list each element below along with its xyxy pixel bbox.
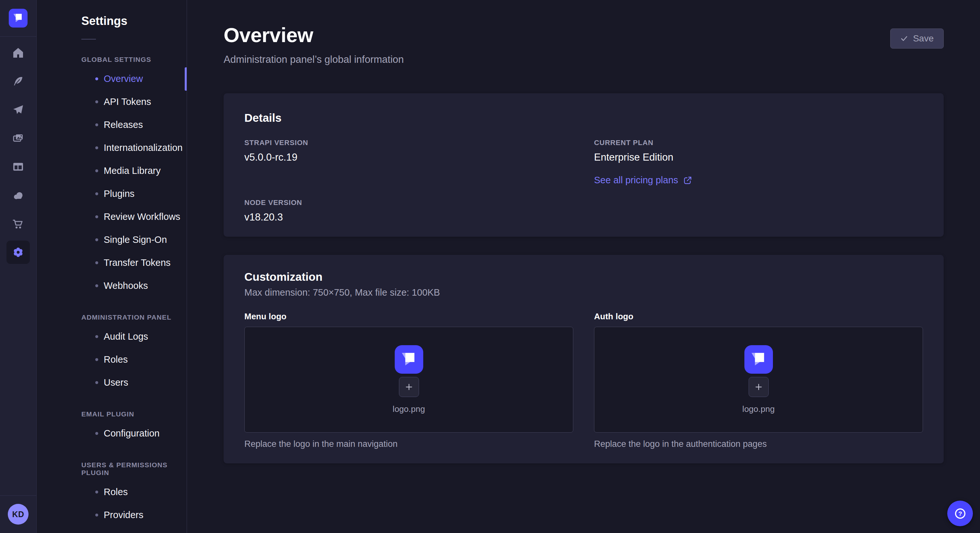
bullet-icon bbox=[95, 261, 98, 264]
feather-icon bbox=[12, 75, 25, 88]
field-strapi-version: STRAPI VERSION v5.0.0-rc.19 bbox=[244, 139, 573, 186]
sidebar-item-audit-logs[interactable]: Audit Logs bbox=[37, 325, 187, 348]
page-title: Overview bbox=[224, 23, 944, 47]
sidebar-item-releases[interactable]: Releases bbox=[37, 113, 187, 136]
sidebar-item-transfer-tokens[interactable]: Transfer Tokens bbox=[37, 251, 187, 274]
auth-logo-preview bbox=[745, 345, 773, 374]
sidebar-item-label: Providers bbox=[104, 510, 143, 520]
page-header: Overview Administration panel’s global i… bbox=[224, 23, 944, 65]
auth-logo-dropzone[interactable]: logo.png bbox=[594, 327, 923, 433]
section-items-administration-panel: Audit Logs Roles Users bbox=[37, 325, 187, 394]
paper-plane-icon bbox=[12, 103, 25, 116]
media-library-icon bbox=[12, 132, 25, 145]
field-label: NODE VERSION bbox=[244, 198, 573, 207]
customization-constraints: Max dimension: 750×750, Max file size: 1… bbox=[244, 287, 923, 298]
help-button[interactable]: ? bbox=[947, 501, 973, 526]
bullet-icon bbox=[95, 381, 98, 384]
sidebar-item-label: API Tokens bbox=[104, 97, 151, 107]
sidebar-item-plugins[interactable]: Plugins bbox=[37, 182, 187, 205]
nav-settings-button[interactable] bbox=[6, 241, 30, 264]
sidebar-item-email-configuration[interactable]: Configuration bbox=[37, 422, 187, 445]
nav-releases-button[interactable] bbox=[6, 98, 30, 121]
strapi-logo-icon bbox=[395, 345, 423, 374]
menu-logo-dropzone[interactable]: logo.png bbox=[244, 327, 573, 433]
sidebar-item-label: Audit Logs bbox=[104, 331, 148, 342]
field-label: STRAPI VERSION bbox=[244, 139, 573, 147]
menu-logo-filename: logo.png bbox=[393, 404, 425, 414]
bullet-icon bbox=[95, 169, 98, 172]
nav-content-builder-button[interactable] bbox=[6, 70, 30, 93]
nav-cloud-button[interactable] bbox=[6, 184, 30, 207]
menu-logo-add-button[interactable] bbox=[399, 377, 419, 397]
details-grid: STRAPI VERSION v5.0.0-rc.19 CURRENT PLAN… bbox=[244, 139, 923, 223]
menu-logo-field: Menu logo logo.png bbox=[244, 311, 573, 449]
auth-logo-add-button[interactable] bbox=[749, 377, 769, 397]
sidebar-item-label: Users bbox=[104, 377, 128, 388]
pricing-plans-link-label: See all pricing plans bbox=[594, 175, 678, 186]
save-button[interactable]: Save bbox=[890, 29, 944, 49]
sidebar-item-admin-roles[interactable]: Roles bbox=[37, 348, 187, 371]
bullet-icon bbox=[95, 358, 98, 361]
user-avatar[interactable]: KD bbox=[8, 504, 29, 525]
save-button-label: Save bbox=[913, 33, 934, 44]
check-icon bbox=[900, 35, 908, 43]
cart-icon bbox=[12, 217, 25, 230]
section-items-users-permissions-plugin: Roles Providers bbox=[37, 481, 187, 527]
svg-text:?: ? bbox=[958, 510, 962, 517]
home-icon bbox=[12, 46, 25, 59]
main-content: Overview Administration panel’s global i… bbox=[187, 0, 980, 533]
pricing-plans-link[interactable]: See all pricing plans bbox=[594, 175, 692, 186]
subnav-divider bbox=[81, 39, 96, 40]
field-label: CURRENT PLAN bbox=[594, 139, 923, 147]
nav-content-manager-button[interactable] bbox=[6, 155, 30, 178]
bullet-icon bbox=[95, 192, 98, 195]
sidebar-item-webhooks[interactable]: Webhooks bbox=[37, 274, 187, 297]
menu-logo-hint: Replace the logo in the main navigation bbox=[244, 439, 573, 449]
sidebar-item-single-sign-on[interactable]: Single Sign-On bbox=[37, 228, 187, 251]
sidebar-item-label: Transfer Tokens bbox=[104, 257, 170, 268]
strapi-logo[interactable] bbox=[9, 9, 27, 27]
sidebar-item-media-library[interactable]: Media Library bbox=[37, 159, 187, 182]
bullet-icon bbox=[95, 335, 98, 338]
sidebar-item-label: Media Library bbox=[104, 165, 161, 176]
customization-heading: Customization bbox=[244, 270, 923, 283]
sidebar-item-overview[interactable]: Overview bbox=[37, 67, 187, 90]
section-label-administration-panel: ADMINISTRATION PANEL bbox=[81, 314, 187, 321]
sidebar-item-admin-users[interactable]: Users bbox=[37, 371, 187, 394]
sidebar-item-review-workflows[interactable]: Review Workflows bbox=[37, 205, 187, 228]
avatar-initials: KD bbox=[12, 510, 24, 519]
field-value: v5.0.0-rc.19 bbox=[244, 152, 573, 163]
sidebar-item-api-tokens[interactable]: API Tokens bbox=[37, 90, 187, 113]
question-mark-icon: ? bbox=[953, 506, 967, 521]
details-card: Details STRAPI VERSION v5.0.0-rc.19 CURR… bbox=[224, 93, 944, 237]
nav-home-button[interactable] bbox=[6, 41, 30, 65]
sidebar-item-up-providers[interactable]: Providers bbox=[37, 503, 187, 527]
section-items-global-settings: Overview API Tokens Releases Internation… bbox=[37, 67, 187, 297]
nav-marketplace-button[interactable] bbox=[6, 212, 30, 235]
bullet-icon bbox=[95, 432, 98, 435]
main-nav-rail: KD bbox=[0, 0, 37, 533]
nav-icon-list bbox=[6, 41, 30, 264]
bullet-icon bbox=[95, 124, 98, 126]
sidebar-item-internationalization[interactable]: Internationalization bbox=[37, 136, 187, 159]
field-value: v18.20.3 bbox=[244, 211, 573, 223]
details-grid-spacer bbox=[594, 198, 923, 223]
sidebar-item-label: Single Sign-On bbox=[104, 235, 167, 245]
sidebar-item-up-roles[interactable]: Roles bbox=[37, 481, 187, 503]
settings-subnav: Settings GLOBAL SETTINGS Overview API To… bbox=[37, 0, 187, 533]
nav-media-library-button[interactable] bbox=[6, 127, 30, 150]
layout-icon bbox=[12, 160, 25, 173]
menu-logo-preview bbox=[395, 345, 423, 374]
sidebar-item-label: Review Workflows bbox=[104, 211, 180, 222]
auth-logo-filename: logo.png bbox=[743, 404, 775, 414]
bullet-icon bbox=[95, 215, 98, 218]
cloud-icon bbox=[12, 189, 25, 202]
nav-footer: KD bbox=[0, 495, 36, 533]
menu-logo-label: Menu logo bbox=[244, 311, 573, 322]
section-label-email-plugin: EMAIL PLUGIN bbox=[81, 410, 187, 418]
workspace-logo-wrap bbox=[0, 0, 36, 36]
sidebar-item-label: Plugins bbox=[104, 189, 135, 199]
auth-logo-label: Auth logo bbox=[594, 311, 923, 322]
field-value: Enterprise Edition bbox=[594, 152, 923, 163]
details-heading: Details bbox=[244, 111, 923, 124]
